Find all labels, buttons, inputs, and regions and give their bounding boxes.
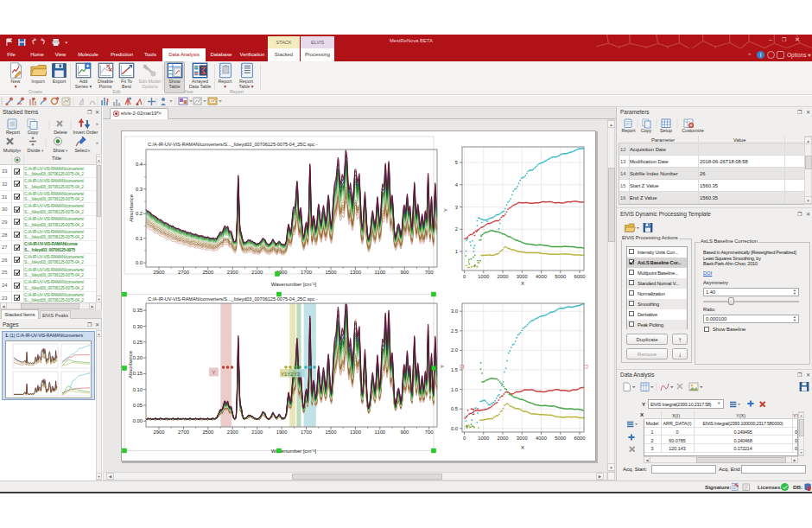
svg-text:1100: 1100 [375,270,385,275]
svg-text:0.3: 0.3 [136,187,143,192]
svg-text:0.05: 0.05 [133,403,143,408]
svg-text:Absorbance: Absorbance [129,194,134,222]
svg-text:2500: 2500 [202,270,213,275]
svg-text:4000: 4000 [536,436,547,441]
svg-text:0.4: 0.4 [136,162,143,167]
svg-text:1700: 1700 [301,270,312,275]
svg-text:2500: 2500 [202,429,213,435]
svg-text:X: X [521,281,524,286]
svg-text:6000: 6000 [574,436,586,441]
svg-text:2: 2 [455,226,458,232]
svg-text:4000: 4000 [536,274,547,279]
svg-text:0.10: 0.10 [133,387,143,392]
svg-text:6000: 6000 [574,274,586,279]
svg-text:4: 4 [455,182,459,188]
svg-text:5: 5 [455,160,458,165]
svg-text:700: 700 [425,270,434,275]
svg-text:Absorbance: Absorbance [128,350,133,379]
svg-text:2000: 2000 [498,436,509,441]
svg-text:2300: 2300 [227,429,238,435]
svg-text:0.25: 0.25 [133,340,143,345]
svg-text:0.0: 0.0 [136,260,143,265]
svg-text:Y1Y2Y3: Y1Y2Y3 [281,372,301,377]
svg-text:1100: 1100 [375,429,385,435]
svg-text:2300: 2300 [227,270,238,275]
svg-text:1.5: 1.5 [451,367,458,372]
svg-text:1.0: 1.0 [451,387,458,392]
svg-text:0.30: 0.30 [133,324,143,329]
svg-text:1300: 1300 [350,270,361,275]
svg-text:0.20: 0.20 [133,355,143,360]
svg-text:900: 900 [400,270,409,275]
svg-text:1: 1 [455,249,458,254]
svg-text:0.15: 0.15 [133,371,143,376]
svg-text:1000: 1000 [478,274,489,279]
svg-text:2700: 2700 [178,429,189,435]
svg-text:Y: Y [440,365,445,368]
svg-text:Wavenumber [cmˉ¹]: Wavenumber [cmˉ¹] [271,282,317,287]
svg-text:5000: 5000 [555,436,566,441]
svg-text:0: 0 [463,274,466,279]
svg-text:900: 900 [400,429,409,435]
svg-text:1700: 1700 [301,429,312,435]
svg-text:0: 0 [463,436,466,441]
svg-text:C:/A-IR-UV-VIS-RAMAN/converter: C:/A-IR-UV-VIS-RAMAN/converters/S..._fol… [148,142,318,147]
svg-text:3000: 3000 [517,436,528,441]
svg-text:Y: Y [443,208,448,212]
svg-text:1900: 1900 [276,429,288,435]
svg-text:1500: 1500 [326,270,337,275]
svg-text:2900: 2900 [154,270,165,275]
svg-text:3: 3 [455,205,458,210]
svg-text:1300: 1300 [350,429,361,435]
svg-text:3.0: 3.0 [451,309,458,314]
svg-text:2900: 2900 [154,429,165,435]
svg-text:0.0: 0.0 [451,426,458,431]
svg-text:3000: 3000 [517,274,528,279]
svg-text:2000: 2000 [498,274,509,279]
svg-text:X: X [521,445,524,450]
svg-text:0.5: 0.5 [451,406,458,411]
svg-text:5000: 5000 [555,274,566,279]
svg-text:0.2: 0.2 [136,211,143,216]
svg-text:2.0: 2.0 [451,347,458,353]
svg-text:2700: 2700 [178,270,189,275]
svg-text:1500: 1500 [326,429,337,435]
svg-text:0.00: 0.00 [133,418,143,423]
svg-text:700: 700 [425,429,434,435]
svg-text:0.35: 0.35 [133,308,143,313]
svg-text:Y: Y [212,370,215,375]
svg-text:1000: 1000 [478,436,489,441]
svg-text:0.1: 0.1 [136,236,143,241]
svg-text:2100: 2100 [251,429,263,435]
svg-text:C:/A-IR-UV-VIS-RAMAN/converter: C:/A-IR-UV-VIS-RAMAN/converters/S..._fol… [148,296,318,302]
svg-text:2.5: 2.5 [451,328,458,334]
svg-text:2100: 2100 [251,270,263,275]
